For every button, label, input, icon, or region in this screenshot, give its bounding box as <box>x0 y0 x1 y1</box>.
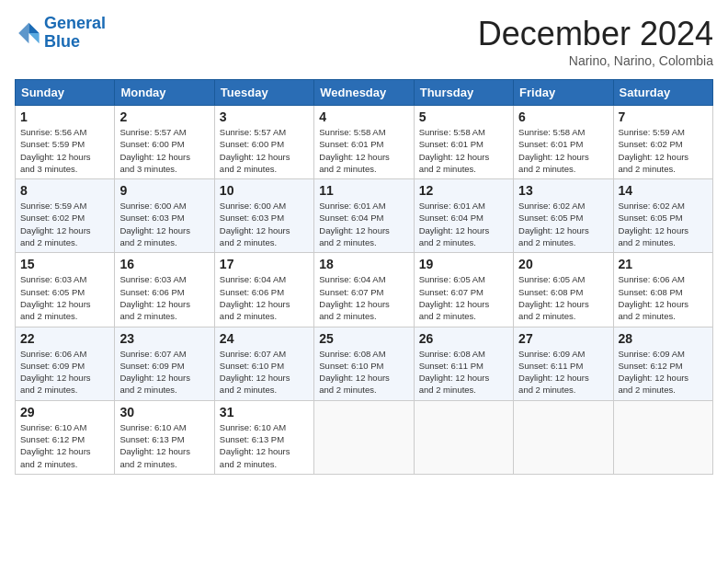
day-info: Sunrise: 6:06 AM Sunset: 6:08 PM Dayligh… <box>619 273 708 322</box>
day-number: 24 <box>220 331 309 346</box>
day-number: 28 <box>619 331 708 346</box>
day-info: Sunrise: 6:01 AM Sunset: 6:04 PM Dayligh… <box>319 200 408 248</box>
day-info: Sunrise: 6:09 AM Sunset: 6:12 PM Dayligh… <box>619 348 708 396</box>
day-number: 27 <box>518 331 608 346</box>
col-header-monday: Monday <box>115 80 214 106</box>
calendar-cell: 30Sunrise: 6:10 AM Sunset: 6:13 PM Dayli… <box>115 400 214 474</box>
day-info: Sunrise: 5:58 AM Sunset: 6:01 PM Dayligh… <box>518 126 608 175</box>
day-info: Sunrise: 6:02 AM Sunset: 6:05 PM Dayligh… <box>619 200 708 248</box>
day-info: Sunrise: 6:00 AM Sunset: 6:03 PM Dayligh… <box>220 200 309 248</box>
calendar-cell <box>314 400 414 474</box>
col-header-thursday: Thursday <box>414 80 513 106</box>
day-number: 7 <box>619 109 708 124</box>
day-info: Sunrise: 6:10 AM Sunset: 6:12 PM Dayligh… <box>20 421 109 470</box>
calendar-cell: 20Sunrise: 6:05 AM Sunset: 6:08 PM Dayli… <box>514 253 613 327</box>
calendar-cell: 18Sunrise: 6:04 AM Sunset: 6:07 PM Dayli… <box>314 253 414 327</box>
day-info: Sunrise: 6:02 AM Sunset: 6:05 PM Dayligh… <box>518 200 608 248</box>
day-info: Sunrise: 6:08 AM Sunset: 6:10 PM Dayligh… <box>319 348 408 396</box>
calendar-week-row: 15Sunrise: 6:03 AM Sunset: 6:05 PM Dayli… <box>16 253 713 327</box>
calendar-cell: 7Sunrise: 5:59 AM Sunset: 6:02 PM Daylig… <box>613 106 712 179</box>
day-info: Sunrise: 6:05 AM Sunset: 6:07 PM Dayligh… <box>419 273 508 322</box>
logo-line1: General <box>44 14 106 32</box>
calendar-cell <box>613 400 712 474</box>
calendar-cell: 29Sunrise: 6:10 AM Sunset: 6:12 PM Dayli… <box>16 400 115 474</box>
col-header-sunday: Sunday <box>16 80 115 106</box>
calendar-cell: 23Sunrise: 6:07 AM Sunset: 6:09 PM Dayli… <box>115 327 214 400</box>
day-number: 17 <box>220 257 309 271</box>
day-info: Sunrise: 5:57 AM Sunset: 6:00 PM Dayligh… <box>119 126 209 175</box>
calendar-cell: 26Sunrise: 6:08 AM Sunset: 6:11 PM Dayli… <box>414 327 513 400</box>
calendar-cell: 31Sunrise: 6:10 AM Sunset: 6:13 PM Dayli… <box>214 400 313 474</box>
day-info: Sunrise: 6:07 AM Sunset: 6:10 PM Dayligh… <box>220 348 309 396</box>
svg-marker-0 <box>28 23 39 33</box>
day-info: Sunrise: 5:59 AM Sunset: 6:02 PM Dayligh… <box>20 200 109 248</box>
calendar-week-row: 8Sunrise: 5:59 AM Sunset: 6:02 PM Daylig… <box>16 179 713 253</box>
calendar-week-row: 1Sunrise: 5:56 AM Sunset: 5:59 PM Daylig… <box>16 106 713 179</box>
day-info: Sunrise: 6:04 AM Sunset: 6:06 PM Dayligh… <box>220 273 309 322</box>
day-info: Sunrise: 5:57 AM Sunset: 6:00 PM Dayligh… <box>220 126 309 175</box>
col-header-tuesday: Tuesday <box>214 80 313 106</box>
title-block: December 2024 Narino, Narino, Colombia <box>478 15 713 68</box>
calendar-cell: 1Sunrise: 5:56 AM Sunset: 5:59 PM Daylig… <box>16 106 115 179</box>
day-info: Sunrise: 6:06 AM Sunset: 6:09 PM Dayligh… <box>20 348 109 396</box>
day-number: 9 <box>119 183 209 198</box>
svg-marker-1 <box>28 33 39 43</box>
calendar-cell: 9Sunrise: 6:00 AM Sunset: 6:03 PM Daylig… <box>115 179 214 253</box>
day-number: 23 <box>119 331 209 346</box>
day-number: 29 <box>20 405 109 419</box>
day-info: Sunrise: 6:03 AM Sunset: 6:06 PM Dayligh… <box>119 273 209 322</box>
calendar-cell <box>514 400 613 474</box>
day-number: 22 <box>20 331 109 346</box>
calendar-cell: 27Sunrise: 6:09 AM Sunset: 6:11 PM Dayli… <box>514 327 613 400</box>
calendar-cell: 8Sunrise: 5:59 AM Sunset: 6:02 PM Daylig… <box>16 179 115 253</box>
day-info: Sunrise: 5:58 AM Sunset: 6:01 PM Dayligh… <box>319 126 408 175</box>
day-info: Sunrise: 5:59 AM Sunset: 6:02 PM Dayligh… <box>619 126 708 175</box>
day-number: 11 <box>319 183 408 198</box>
day-info: Sunrise: 6:09 AM Sunset: 6:11 PM Dayligh… <box>518 348 608 396</box>
calendar-cell: 4Sunrise: 5:58 AM Sunset: 6:01 PM Daylig… <box>314 106 414 179</box>
day-info: Sunrise: 6:08 AM Sunset: 6:11 PM Dayligh… <box>419 348 508 396</box>
day-number: 10 <box>220 183 309 198</box>
day-number: 3 <box>220 109 309 124</box>
day-number: 21 <box>619 257 708 271</box>
day-info: Sunrise: 5:56 AM Sunset: 5:59 PM Dayligh… <box>20 126 109 175</box>
logo: General Blue <box>15 15 106 52</box>
calendar-cell: 12Sunrise: 6:01 AM Sunset: 6:04 PM Dayli… <box>414 179 513 253</box>
day-number: 16 <box>119 257 209 271</box>
svg-marker-2 <box>18 23 28 43</box>
day-number: 12 <box>419 183 508 198</box>
day-info: Sunrise: 6:00 AM Sunset: 6:03 PM Dayligh… <box>119 200 209 248</box>
calendar-cell <box>414 400 513 474</box>
day-number: 14 <box>619 183 708 198</box>
col-header-wednesday: Wednesday <box>314 80 414 106</box>
day-info: Sunrise: 6:03 AM Sunset: 6:05 PM Dayligh… <box>20 273 109 322</box>
calendar-cell: 22Sunrise: 6:06 AM Sunset: 6:09 PM Dayli… <box>16 327 115 400</box>
logo-icon <box>15 20 40 46</box>
calendar-cell: 10Sunrise: 6:00 AM Sunset: 6:03 PM Dayli… <box>214 179 313 253</box>
day-number: 15 <box>20 257 109 271</box>
calendar-table: SundayMondayTuesdayWednesdayThursdayFrid… <box>15 79 713 475</box>
calendar-cell: 19Sunrise: 6:05 AM Sunset: 6:07 PM Dayli… <box>414 253 513 327</box>
calendar-cell: 14Sunrise: 6:02 AM Sunset: 6:05 PM Dayli… <box>613 179 712 253</box>
calendar-cell: 6Sunrise: 5:58 AM Sunset: 6:01 PM Daylig… <box>514 106 613 179</box>
calendar-cell: 25Sunrise: 6:08 AM Sunset: 6:10 PM Dayli… <box>314 327 414 400</box>
calendar-cell: 24Sunrise: 6:07 AM Sunset: 6:10 PM Dayli… <box>214 327 313 400</box>
day-number: 26 <box>419 331 508 346</box>
day-info: Sunrise: 6:01 AM Sunset: 6:04 PM Dayligh… <box>419 200 508 248</box>
col-header-saturday: Saturday <box>613 80 712 106</box>
day-info: Sunrise: 6:10 AM Sunset: 6:13 PM Dayligh… <box>220 421 309 470</box>
day-number: 20 <box>518 257 608 271</box>
day-number: 5 <box>419 109 508 124</box>
logo-line2: Blue <box>44 32 80 51</box>
calendar-cell: 11Sunrise: 6:01 AM Sunset: 6:04 PM Dayli… <box>314 179 414 253</box>
day-number: 1 <box>20 109 109 124</box>
day-info: Sunrise: 6:04 AM Sunset: 6:07 PM Dayligh… <box>319 273 408 322</box>
day-number: 2 <box>119 109 209 124</box>
calendar-cell: 16Sunrise: 6:03 AM Sunset: 6:06 PM Dayli… <box>115 253 214 327</box>
month-title: December 2024 <box>478 15 713 53</box>
calendar-cell: 15Sunrise: 6:03 AM Sunset: 6:05 PM Dayli… <box>16 253 115 327</box>
day-number: 31 <box>220 405 309 419</box>
day-number: 25 <box>319 331 408 346</box>
day-number: 18 <box>319 257 408 271</box>
page-header: General Blue December 2024 Narino, Narin… <box>15 15 713 68</box>
